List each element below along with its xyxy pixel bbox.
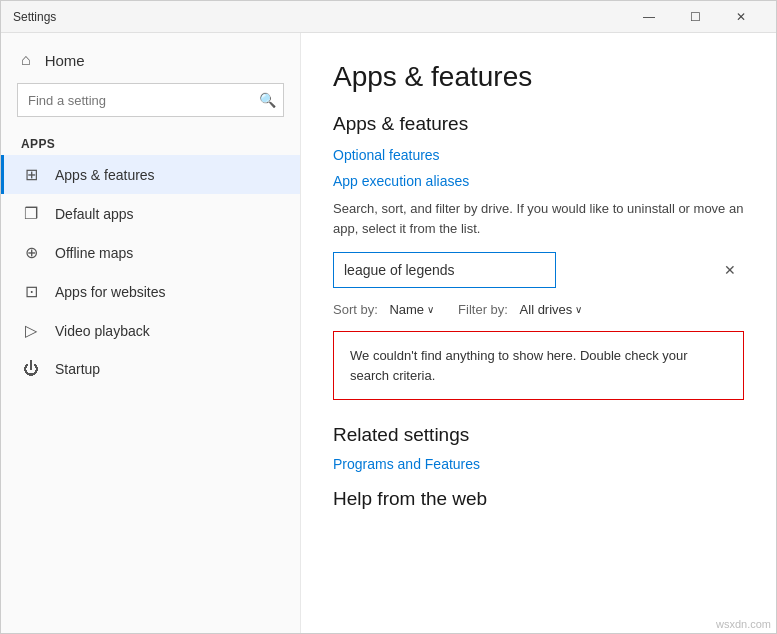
sidebar-item-offline-maps-label: Offline maps (55, 245, 133, 261)
sort-filter-row: Sort by: Name ∨ Filter by: All drives ∨ (333, 302, 744, 317)
filter-chevron-icon: ∨ (575, 304, 582, 315)
app-search-wrapper: ✕ (333, 252, 744, 288)
sort-label: Sort by: (333, 302, 378, 317)
home-icon (21, 51, 31, 69)
app-search-row: ✕ (333, 252, 744, 288)
sidebar-search-area: 🔍 (17, 83, 284, 117)
sort-item: Sort by: Name ∨ (333, 302, 434, 317)
section-title: Apps & features (333, 113, 744, 135)
default-apps-icon (21, 204, 41, 223)
no-results-text: We couldn't find anything to show here. … (350, 348, 688, 383)
offline-maps-icon (21, 243, 41, 262)
page-title: Apps & features (333, 61, 744, 93)
settings-window: Settings — ☐ ✕ Home 🔍 Apps Apps (0, 0, 777, 634)
title-bar: Settings — ☐ ✕ (1, 1, 776, 33)
window-controls: — ☐ ✕ (626, 1, 764, 33)
sidebar-item-home[interactable]: Home (1, 41, 300, 79)
content-area: Apps & features Apps & features Optional… (301, 33, 776, 633)
sort-value-button[interactable]: Name ∨ (389, 302, 434, 317)
sidebar-item-startup-label: Startup (55, 361, 100, 377)
related-settings-title: Related settings (333, 424, 744, 446)
no-results-box: We couldn't find anything to show here. … (333, 331, 744, 400)
sort-value-text: Name (389, 302, 424, 317)
sidebar-item-offline-maps[interactable]: Offline maps (1, 233, 300, 272)
search-description: Search, sort, and filter by drive. If yo… (333, 199, 744, 238)
filter-value-button[interactable]: All drives ∨ (520, 302, 583, 317)
minimize-button[interactable]: — (626, 1, 672, 33)
sidebar-home-label: Home (45, 52, 85, 69)
sidebar-section-label: Apps (1, 129, 300, 155)
sidebar-search-icon: 🔍 (259, 92, 276, 108)
sort-chevron-icon: ∨ (427, 304, 434, 315)
apps-websites-icon (21, 282, 41, 301)
programs-features-link[interactable]: Programs and Features (333, 456, 744, 472)
sidebar-item-video-playback[interactable]: Video playback (1, 311, 300, 350)
close-button[interactable]: ✕ (718, 1, 764, 33)
startup-icon (21, 360, 41, 378)
app-search-input[interactable] (333, 252, 556, 288)
main-area: Home 🔍 Apps Apps & features Default apps… (1, 33, 776, 633)
sidebar-item-apps-websites-label: Apps for websites (55, 284, 166, 300)
apps-features-icon (21, 165, 41, 184)
sidebar-search-input[interactable] (17, 83, 284, 117)
maximize-button[interactable]: ☐ (672, 1, 718, 33)
window-title: Settings (13, 10, 56, 24)
sidebar-item-default-apps[interactable]: Default apps (1, 194, 300, 233)
search-clear-button[interactable]: ✕ (724, 262, 736, 278)
sidebar-item-startup[interactable]: Startup (1, 350, 300, 388)
sidebar: Home 🔍 Apps Apps & features Default apps… (1, 33, 301, 633)
filter-item: Filter by: All drives ∨ (458, 302, 582, 317)
app-execution-link[interactable]: App execution aliases (333, 173, 744, 189)
help-title: Help from the web (333, 488, 744, 510)
sidebar-item-apps-features-label: Apps & features (55, 167, 155, 183)
filter-value-text: All drives (520, 302, 573, 317)
optional-features-link[interactable]: Optional features (333, 147, 744, 163)
sidebar-item-apps-websites[interactable]: Apps for websites (1, 272, 300, 311)
video-playback-icon (21, 321, 41, 340)
sidebar-item-video-label: Video playback (55, 323, 150, 339)
sidebar-item-apps-features[interactable]: Apps & features (1, 155, 300, 194)
sidebar-item-default-apps-label: Default apps (55, 206, 134, 222)
filter-label: Filter by: (458, 302, 508, 317)
